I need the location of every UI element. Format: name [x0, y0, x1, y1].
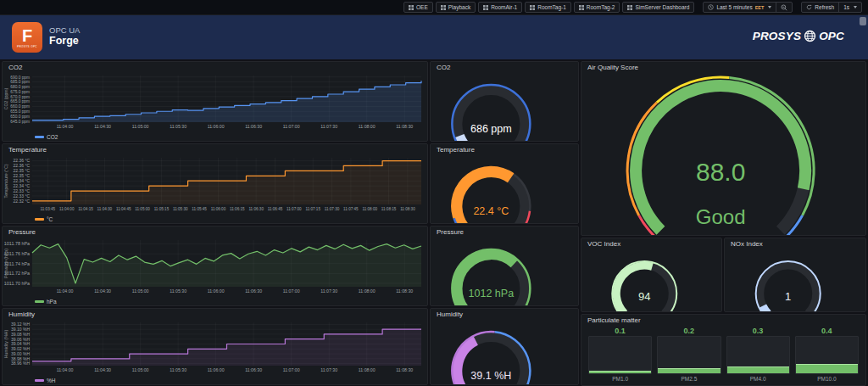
svg-text:11:08:30: 11:08:30: [396, 288, 413, 294]
pm-bar: [726, 336, 790, 374]
zoom-out-button[interactable]: [776, 3, 792, 12]
dashboard-grid-icon: [530, 5, 535, 10]
panel-title-air-quality[interactable]: Air Quality Score: [581, 62, 865, 73]
dashboard-link-button[interactable]: Playback: [436, 2, 476, 13]
dashboard-link-label: SimServer Dashboard: [635, 4, 689, 10]
temperature-gauge: 22.4 °C: [431, 155, 578, 223]
panel-title-nox[interactable]: NOx Index: [725, 238, 865, 249]
svg-text:685.0 ppm: 685.0 ppm: [10, 80, 30, 84]
svg-text:11:07:30: 11:07:30: [320, 367, 337, 372]
header: F PROSYS OPC OPC UA Forge PROSYS OPC: [0, 15, 868, 59]
svg-text:11:06:00: 11:06:00: [208, 124, 225, 129]
svg-text:11:04:30: 11:04:30: [94, 288, 111, 294]
svg-text:11:08:30: 11:08:30: [396, 124, 413, 129]
panel-pressure-gauge: Pressure 1012 hPa: [430, 226, 579, 306]
pm-bar: [657, 336, 721, 374]
pm-label: PM4.0: [750, 374, 766, 383]
time-range-picker[interactable]: Last 5 minutes EET: [704, 3, 776, 12]
legend-label: °C: [47, 216, 53, 222]
svg-text:11:04:30: 11:04:30: [94, 124, 111, 129]
svg-text:1011.78 hPa: 1011.78 hPa: [4, 241, 30, 246]
humidity-chart[interactable]: 39.12 %H39.10 %H39.08 %H39.06 %H39.04 %H…: [3, 320, 426, 373]
panel-title-humidity-gauge[interactable]: Humidity: [431, 309, 578, 320]
temperature-chart[interactable]: 22.36 °C22.36 °C22.35 °C22.35 °C22.34 °C…: [3, 155, 426, 212]
svg-text:11:07:30: 11:07:30: [320, 124, 337, 129]
dashboard-grid-icon: [579, 5, 584, 10]
svg-text:1011.70 hPa: 1011.70 hPa: [4, 281, 30, 286]
legend-swatch: [35, 300, 44, 303]
svg-text:11:04:00: 11:04:00: [57, 288, 74, 294]
dashboard-link-label: RoomAir-1: [491, 4, 517, 10]
legend-temperature[interactable]: °C: [35, 216, 53, 222]
svg-text:CO2 (ppm): CO2 (ppm): [3, 87, 8, 109]
dashboard-link-button[interactable]: RoomTag-2: [574, 2, 620, 13]
svg-text:11:07:00: 11:07:00: [283, 124, 300, 129]
svg-text:11:05:30: 11:05:30: [173, 207, 188, 211]
dashboard-grid-icon: [627, 5, 632, 10]
svg-text:39.1 %H: 39.1 %H: [470, 370, 511, 382]
svg-text:11:07:45: 11:07:45: [343, 207, 359, 211]
refresh-interval-picker[interactable]: 1s: [839, 3, 861, 12]
svg-text:11:06:45: 11:06:45: [268, 207, 283, 211]
panel-title-pressure-gauge[interactable]: Pressure: [431, 227, 578, 238]
svg-text:655.0 ppm: 655.0 ppm: [10, 109, 30, 114]
svg-text:11:07:00: 11:07:00: [283, 367, 300, 372]
svg-text:11:08:00: 11:08:00: [359, 124, 376, 129]
svg-text:11:07:30: 11:07:30: [325, 207, 340, 211]
panel-title-temperature-gauge[interactable]: Temperature: [431, 144, 578, 155]
panel-title-particulate[interactable]: Particulate matter: [581, 315, 865, 326]
svg-text:11:04:00: 11:04:00: [59, 207, 75, 211]
dashboard-link-button[interactable]: OEE: [403, 2, 433, 13]
svg-text:11:05:30: 11:05:30: [170, 288, 186, 294]
svg-text:22.32 °C: 22.32 °C: [13, 199, 30, 204]
pressure-gauge: 1012 hPa: [431, 238, 578, 305]
panel-nox-index: NOx Index 1: [724, 238, 866, 312]
panel-title-pressure[interactable]: Pressure: [3, 227, 427, 238]
dashboard-link-label: RoomTag-1: [537, 4, 566, 10]
pm-bar: [795, 336, 859, 374]
legend-pressure[interactable]: hPa: [35, 299, 57, 305]
svg-text:1: 1: [785, 290, 791, 303]
legend-co2[interactable]: CO2: [35, 134, 58, 140]
legend-label: hPa: [47, 299, 57, 305]
dashboard-link-button[interactable]: RoomAir-1: [478, 2, 522, 13]
svg-text:11:08:30: 11:08:30: [396, 367, 413, 372]
dashboard-link-label: Playback: [448, 4, 470, 10]
legend-humidity[interactable]: %H: [35, 378, 55, 383]
panel-pressure-timeseries: Pressure 1011.78 hPa1011.76 hPa1011.74 h…: [2, 226, 428, 306]
globe-icon: [804, 30, 816, 42]
svg-text:11:05:45: 11:05:45: [192, 207, 207, 211]
pm-value: 0.3: [753, 327, 764, 336]
panel-title-voc[interactable]: VOC Index: [581, 238, 721, 249]
humidity-gauge: 39.1 %H: [431, 320, 578, 384]
panel-title-co2[interactable]: CO2: [3, 62, 427, 73]
svg-text:11:07:30: 11:07:30: [320, 288, 337, 294]
clock-icon: [708, 4, 714, 10]
co2-chart[interactable]: 690.0 ppm685.0 ppm680.0 ppm675.0 ppm670.…: [3, 73, 426, 130]
pm-bar-fill: [589, 371, 651, 373]
zoom-out-icon: [781, 4, 787, 11]
legend-swatch: [35, 136, 44, 138]
dashboard-link-button[interactable]: RoomTag-1: [525, 2, 571, 13]
forge-logo: F PROSYS OPC: [12, 22, 42, 53]
brand-text-opc: OPC: [819, 30, 844, 42]
app-name-line2: Forge: [49, 35, 80, 47]
pm-bar-fill: [727, 366, 789, 373]
svg-text:11:05:00: 11:05:00: [132, 124, 149, 129]
svg-text:680.0 ppm: 680.0 ppm: [10, 85, 30, 89]
panel-title-temperature[interactable]: Temperature: [3, 144, 427, 155]
pressure-chart[interactable]: 1011.78 hPa1011.76 hPa1011.74 hPa1011.72…: [3, 238, 426, 294]
panel-title-co2-gauge[interactable]: CO2: [431, 62, 578, 73]
co2-gauge: 686 ppm: [431, 73, 578, 141]
dashboard-link-button[interactable]: SimServer Dashboard: [622, 2, 694, 13]
svg-text:665.0 ppm: 665.0 ppm: [10, 99, 30, 103]
refresh-button[interactable]: Refresh: [802, 3, 838, 12]
svg-text:11:04:15: 11:04:15: [78, 207, 93, 211]
refresh-group: Refresh 1s: [801, 2, 862, 13]
app-name-line1: OPC UA: [49, 25, 80, 35]
svg-text:11:06:00: 11:06:00: [211, 207, 226, 211]
panel-particulate-matter: Particulate matter 0.1PM1.00.2PM2.50.3PM…: [581, 314, 866, 386]
svg-text:1012 hPa: 1012 hPa: [469, 288, 515, 299]
panel-title-humidity[interactable]: Humidity: [3, 309, 427, 320]
svg-text:675.0 ppm: 675.0 ppm: [10, 90, 30, 94]
